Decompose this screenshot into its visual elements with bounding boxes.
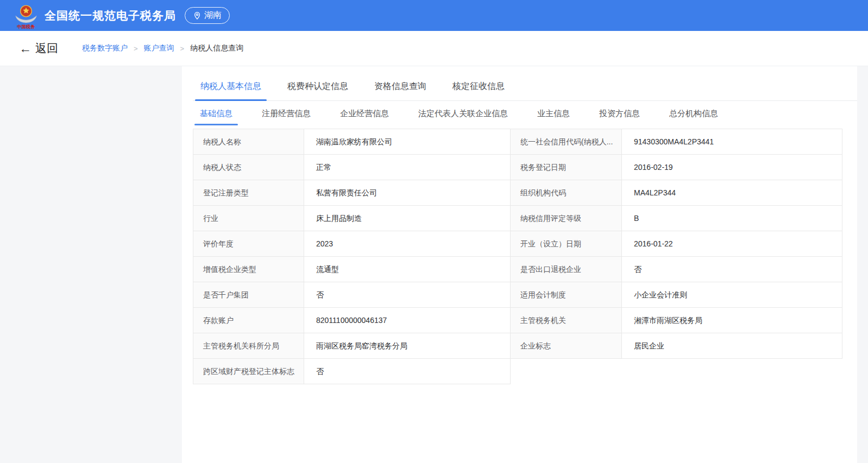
- field-value: 正常: [304, 155, 511, 180]
- table-row: 存款账户 82011100000046137 主管税务机关 湘潭市雨湖区税务局: [193, 308, 842, 333]
- main-tabs: 纳税人基本信息 税费种认定信息 资格信息查询 核定征收信息: [193, 79, 857, 101]
- field-label: 是否千户集团: [193, 282, 304, 308]
- content-panel: 纳税人基本信息 税费种认定信息 资格信息查询 核定征收信息 基础信息 注册经营信…: [182, 66, 857, 463]
- field-value: 2016-02-19: [622, 155, 842, 180]
- field-label: 税务登记日期: [511, 155, 622, 180]
- breadcrumb-separator-icon: >: [134, 45, 138, 53]
- field-value: 流通型: [304, 257, 511, 282]
- table-row: 登记注册类型 私营有限责任公司 组织机构代码 MA4L2P344: [193, 180, 842, 206]
- back-button[interactable]: ← 返回: [19, 41, 58, 56]
- subtab-enterprise-business[interactable]: 企业经营信息: [335, 106, 394, 125]
- subtab-registration-business[interactable]: 注册经营信息: [256, 106, 316, 125]
- back-label: 返回: [35, 41, 58, 56]
- breadcrumb-bar: ← 返回 税务数字账户 > 账户查询 > 纳税人信息查询: [0, 31, 868, 66]
- app-title: 全国统一规范电子税务局: [45, 8, 176, 23]
- table-row: 主管税务机关科所分局 雨湖区税务局窑湾税务分局 企业标志 居民企业: [193, 333, 842, 359]
- field-label: 是否出口退税企业: [511, 257, 622, 282]
- table-row: 纳税人状态 正常 税务登记日期 2016-02-19: [193, 155, 842, 180]
- field-value: 82011100000046137: [304, 308, 511, 333]
- field-value: MA4L2P344: [622, 180, 842, 206]
- breadcrumb-item-tax-digital-account[interactable]: 税务数字账户: [82, 43, 128, 53]
- table-row: 跨区域财产税登记主体标志 否: [193, 359, 842, 384]
- breadcrumb: 税务数字账户 > 账户查询 > 纳税人信息查询: [82, 43, 243, 53]
- field-value: 否: [304, 282, 511, 308]
- field-label: 纳税人状态: [193, 155, 304, 180]
- breadcrumb-item-current: 纳税人信息查询: [190, 43, 243, 53]
- field-value: 居民企业: [622, 333, 842, 359]
- field-value: 私营有限责任公司: [304, 180, 511, 206]
- tab-taxpayer-basic-info[interactable]: 纳税人基本信息: [200, 79, 262, 100]
- field-label: 跨区域财产税登记主体标志: [193, 359, 304, 384]
- table-row: 评价年度 2023 开业（设立）日期 2016-01-22: [193, 231, 842, 257]
- field-label: 行业: [193, 206, 304, 231]
- breadcrumb-item-account-query[interactable]: 账户查询: [144, 43, 174, 53]
- subtab-investor-info[interactable]: 投资方信息: [594, 106, 645, 125]
- field-label: 存款账户: [193, 308, 304, 333]
- field-value: 2016-01-22: [622, 231, 842, 257]
- field-label: 开业（设立）日期: [511, 231, 622, 257]
- tab-tax-type-determination[interactable]: 税费种认定信息: [287, 79, 349, 100]
- field-value: 床上用品制造: [304, 206, 511, 231]
- tax-emblem-logo: 中国税务: [14, 3, 38, 29]
- field-value: B: [622, 206, 842, 231]
- field-label: 评价年度: [193, 231, 304, 257]
- field-value: 雨湖区税务局窑湾税务分局: [304, 333, 511, 359]
- subtab-legal-rep-related[interactable]: 法定代表人关联企业信息: [413, 106, 513, 125]
- field-label: 统一社会信用代码(纳税人...: [511, 129, 622, 155]
- field-label: 纳税人名称: [193, 129, 304, 155]
- main-area: 纳税人基本信息 税费种认定信息 资格信息查询 核定征收信息 基础信息 注册经营信…: [0, 66, 868, 463]
- region-label: 湖南: [204, 10, 222, 21]
- field-value: 湘潭市雨湖区税务局: [622, 308, 842, 333]
- field-label: 适用会计制度: [511, 282, 622, 308]
- field-label: 组织机构代码: [511, 180, 622, 206]
- field-value: 91430300MA4L2P3441: [622, 129, 842, 155]
- left-panel: [0, 66, 182, 463]
- field-value: 2023: [304, 231, 511, 257]
- subtab-basic-info[interactable]: 基础信息: [194, 106, 238, 125]
- tab-qualification-query[interactable]: 资格信息查询: [374, 79, 427, 100]
- taxpayer-info-table: 纳税人名称 湖南温欣家纺有限公司 统一社会信用代码(纳税人... 9143030…: [193, 129, 842, 384]
- field-label: 增值税企业类型: [193, 257, 304, 282]
- logo-text: 中国税务: [17, 24, 36, 29]
- breadcrumb-separator-icon: >: [180, 45, 185, 53]
- right-gutter: [857, 66, 868, 463]
- subtab-owner-info[interactable]: 业主信息: [532, 106, 575, 125]
- location-pin-icon: [193, 11, 202, 20]
- field-label: 主管税务机关科所分局: [193, 333, 304, 359]
- table-row: 行业 床上用品制造 纳税信用评定等级 B: [193, 206, 842, 231]
- field-label: 纳税信用评定等级: [511, 206, 622, 231]
- field-value: 小企业会计准则: [622, 282, 842, 308]
- field-label: 登记注册类型: [193, 180, 304, 206]
- table-row: 是否千户集团 否 适用会计制度 小企业会计准则: [193, 282, 842, 308]
- table-row: 纳税人名称 湖南温欣家纺有限公司 统一社会信用代码(纳税人... 9143030…: [193, 129, 842, 155]
- field-value: 否: [622, 257, 842, 282]
- region-selector[interactable]: 湖南: [185, 7, 230, 24]
- subtab-head-branch-info[interactable]: 总分机构信息: [664, 106, 724, 125]
- sub-tabs: 基础信息 注册经营信息 企业经营信息 法定代表人关联企业信息 业主信息 投资方信…: [193, 106, 857, 125]
- left-arrow-icon: ←: [19, 42, 32, 55]
- tab-assessed-collection[interactable]: 核定征收信息: [452, 79, 505, 100]
- field-value: 湖南温欣家纺有限公司: [304, 129, 511, 155]
- field-label: 主管税务机关: [511, 308, 622, 333]
- field-label: 企业标志: [511, 333, 622, 359]
- table-row: 增值税企业类型 流通型 是否出口退税企业 否: [193, 257, 842, 282]
- field-value: 否: [304, 359, 511, 384]
- app-header: 中国税务 全国统一规范电子税务局 湖南: [0, 0, 868, 31]
